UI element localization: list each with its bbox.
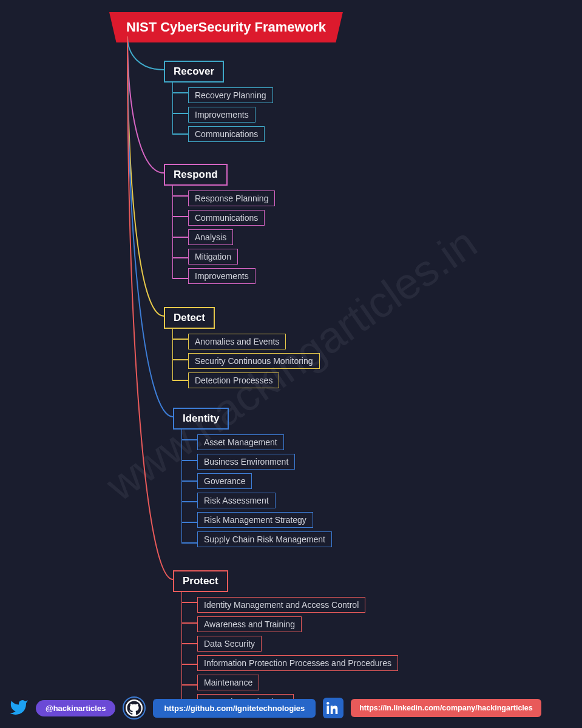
item-row: Maintenance: [197, 675, 398, 690]
item-row: Detection Processes: [188, 372, 320, 388]
category-label: Recover: [164, 61, 224, 83]
item-row: Anomalies and Events: [188, 334, 320, 349]
item-row: Mitigation: [188, 249, 275, 265]
category-items: Anomalies and EventsSecurity Continuous …: [188, 334, 320, 388]
twitter-icon[interactable]: [9, 698, 29, 719]
category-items: Response PlanningCommunicationsAnalysisM…: [188, 190, 275, 284]
item-box: Asset Management: [197, 434, 284, 450]
category-items: Recovery PlanningImprovementsCommunicati…: [188, 87, 273, 142]
item-box: Business Environment: [197, 454, 295, 470]
item-connectors: [172, 83, 197, 144]
item-box: Identity Management and Access Control: [197, 597, 365, 613]
item-box: Risk Management Strategy: [197, 512, 313, 528]
footer-bar: @hackinarticles https://github.com/Ignit…: [9, 696, 573, 720]
item-row: Asset Management: [197, 434, 332, 450]
item-box: Anomalies and Events: [188, 334, 286, 349]
item-box: Communications: [188, 210, 265, 226]
item-row: Business Environment: [197, 454, 332, 470]
mindmap-container: RecoverRecovery PlanningImprovementsComm…: [121, 36, 558, 686]
item-box: Awareness and Training: [197, 616, 302, 632]
item-box: Maintenance: [197, 675, 259, 690]
item-row: Awareness and Training: [197, 616, 398, 632]
item-box: Risk Assessment: [197, 493, 276, 508]
item-row: Goverance: [197, 473, 332, 489]
linkedin-url[interactable]: https://in.linkedin.com/company/hackinga…: [351, 699, 541, 717]
item-box: Improvements: [188, 107, 255, 123]
item-connectors: [172, 329, 197, 391]
item-row: Risk Assessment: [197, 493, 332, 508]
item-connectors: [181, 430, 206, 553]
item-row: Information Protection Processes and Pro…: [197, 655, 398, 671]
linkedin-icon[interactable]: [323, 698, 343, 718]
category-items: Asset ManagementBusiness EnvironmentGove…: [197, 434, 332, 547]
item-box: Improvements: [188, 268, 255, 284]
category-items: Identity Management and Access ControlAw…: [197, 597, 398, 710]
item-connectors: [172, 186, 197, 289]
item-row: Improvements: [188, 268, 275, 284]
item-row: Recovery Planning: [188, 87, 273, 103]
item-row: Improvements: [188, 107, 273, 123]
item-row: Communications: [188, 210, 275, 226]
item-row: Response Planning: [188, 190, 275, 206]
item-row: Data Security: [197, 636, 398, 652]
item-box: Supply Chain Risk Management: [197, 531, 332, 547]
item-box: Communications: [188, 126, 265, 142]
item-row: Identity Management and Access Control: [197, 597, 398, 613]
item-box: Recovery Planning: [188, 87, 273, 103]
twitter-handle[interactable]: @hackinarticles: [36, 700, 115, 716]
item-row: Supply Chain Risk Management: [197, 531, 332, 547]
category-protect: ProtectIdentity Management and Access Co…: [173, 570, 398, 713]
item-box: Data Security: [197, 636, 262, 652]
item-row: Communications: [188, 126, 273, 142]
github-icon[interactable]: [123, 696, 146, 720]
item-row: Analysis: [188, 229, 275, 245]
category-label: Respond: [164, 164, 228, 186]
item-row: Security Continuous Monitoring: [188, 353, 320, 369]
category-label: Protect: [173, 570, 228, 592]
item-box: Security Continuous Monitoring: [188, 353, 320, 369]
github-url[interactable]: https://github.com/Ignitetechnologies: [153, 699, 316, 718]
item-box: Response Planning: [188, 190, 275, 206]
item-row: Risk Management Strategy: [197, 512, 332, 528]
item-box: Information Protection Processes and Pro…: [197, 655, 398, 671]
category-label: Detect: [164, 307, 215, 329]
item-box: Detection Processes: [188, 372, 279, 388]
category-label: Identity: [173, 408, 229, 430]
